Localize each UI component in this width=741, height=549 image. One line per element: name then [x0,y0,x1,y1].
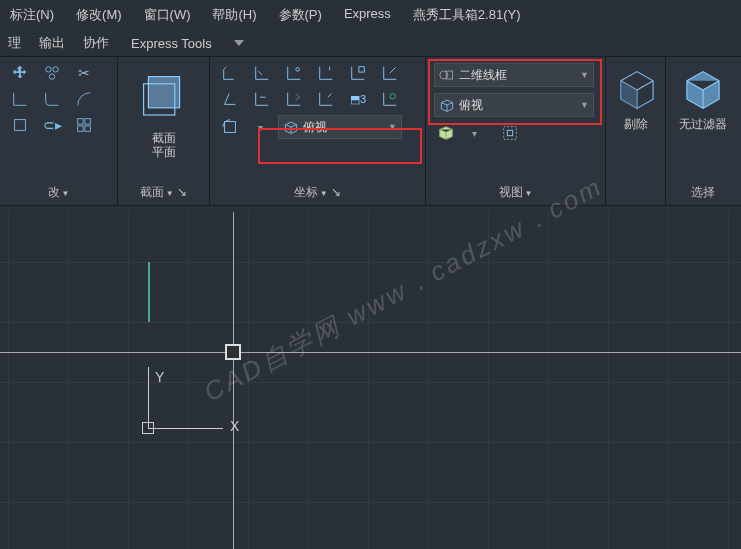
ucs-icon-3[interactable] [282,63,306,83]
ucs-icon-1[interactable] [218,63,242,83]
menu-canshu[interactable]: 参数(P) [279,6,322,24]
ucs-icon-6[interactable] [378,63,402,83]
ucs-rotate-icon[interactable] [218,117,242,137]
tab-express-tools[interactable]: Express Tools [131,36,212,51]
cull-icon[interactable] [614,67,660,113]
menu-xiugai[interactable]: 修改(M) [76,6,122,24]
svg-point-1 [53,67,58,72]
nofilter-label: 无过滤器 [679,117,727,131]
move-icon[interactable] [8,63,32,83]
ucs-origin-icon [142,422,154,434]
panel-gai: ✂ ⊂▸ 改▼ [0,57,118,205]
dropdown-arrow-icon: ▼ [580,70,589,80]
svg-rect-16 [504,127,517,140]
view-combo-fushi2[interactable]: 俯视 ▼ [434,93,594,117]
group-icon[interactable] [40,63,64,83]
panel-zuobiao-dropdown-icon[interactable]: ▼ [320,189,328,198]
panel-zuobiao-grid: ⬒3 [218,63,417,111]
section-plane-label: 截面平面 [152,131,176,159]
svg-rect-17 [507,130,512,135]
view-combo-fushi-label: 俯视 [303,119,327,136]
ucs-icon-11[interactable]: ⬒3 [346,89,370,109]
menu-biaozhu[interactable]: 标注(N) [10,6,54,24]
dropdown-arrow-icon: ▼ [388,122,397,132]
menu-chuangkou[interactable]: 窗口(W) [144,6,191,24]
nofilter-icon[interactable] [680,67,726,113]
svg-point-2 [49,74,54,79]
panel-xuanze: 无过滤器 选择 [666,57,740,205]
menu-bangzhu[interactable]: 帮助(H) [212,6,256,24]
svg-point-0 [46,67,51,72]
crosshair-horizontal [0,352,741,353]
drawing-viewport[interactable]: Y X CAD自学网 www．cadzxw．com [0,212,741,549]
panel-shitu: 二维线框 ▼ 俯视 ▼ ▾ 视图▼ [426,57,606,205]
panel-tichu: 剔除 [606,57,666,205]
section-plane-icon[interactable] [134,67,194,127]
panel-shitu-title: 视图 [499,185,523,199]
wireframe-icon [439,68,455,82]
svg-rect-6 [78,126,83,131]
cube-dropdown-icon[interactable]: ▾ [462,123,486,143]
cursor-pickbox [225,344,241,360]
ucs-icon-4[interactable] [314,63,338,83]
tab-shuchu[interactable]: 输出 [39,34,65,52]
ucs-down-icon[interactable]: ▾ [248,117,272,137]
ucs-y-axis [148,367,149,429]
polar-track-line [148,262,150,322]
tab-bar: 理 输出 协作 Express Tools [0,30,741,56]
panel-jiemian-title: 截面 [140,185,164,199]
ucs-icon-8[interactable] [250,89,274,109]
subset-icon[interactable]: ⊂▸ [40,115,64,135]
panel-zuobiao: ⬒3 ▾ 俯视 ▼ 坐标▼ ↘ [210,57,426,205]
ucs-x-axis [148,428,223,429]
tab-xiezuo[interactable]: 协作 [83,34,109,52]
ucs-icon-7[interactable] [218,89,242,109]
tab-dropdown-icon[interactable] [234,40,244,46]
box3d-icon [283,120,299,134]
svg-rect-7 [85,126,90,131]
ucs-icon-10[interactable] [314,89,338,109]
box-icon[interactable] [8,115,32,135]
grid-icon[interactable] [72,115,96,135]
panel-xuanze-title: 选择 [691,185,715,199]
svg-point-12 [390,94,395,99]
panel-jiemian-dropdown-icon[interactable]: ▼ [166,189,174,198]
panel-gai-title: 改 [48,185,60,199]
view-combo-fushi2-label: 俯视 [459,97,483,114]
panel-jiemian: 截面平面 截面▼ ↘ [118,57,210,205]
visual-style-label: 二维线框 [459,67,507,84]
ucs-icon-5[interactable] [346,63,370,83]
svg-rect-3 [15,120,26,131]
selection-frame-icon[interactable] [498,123,522,143]
menu-bar: 标注(N) 修改(M) 窗口(W) 帮助(H) 参数(P) Express 燕秀… [0,0,741,30]
dropdown-arrow-icon: ▼ [580,100,589,110]
tab-li[interactable]: 理 [8,34,21,52]
visual-style-combo[interactable]: 二维线框 ▼ [434,63,594,87]
crosshair-vertical [233,212,234,549]
ucs-icon-9[interactable] [282,89,306,109]
ucs-x-label: X [230,418,239,434]
ucs-icon-12[interactable] [378,89,402,109]
panel-shitu-dropdown-icon[interactable]: ▼ [525,189,533,198]
panel-gai-grid: ✂ ⊂▸ [8,63,109,137]
panel-gai-dropdown-icon[interactable]: ▼ [62,189,70,198]
panel-zuobiao-title: 坐标 [294,185,318,199]
menu-express[interactable]: Express [344,6,391,24]
ucs-y-label: Y [155,369,164,385]
cull-label: 剔除 [624,117,648,131]
svg-point-10 [296,68,300,72]
viewport-grid [0,212,741,549]
angle-icon[interactable] [8,89,32,109]
ribbon: ✂ ⊂▸ 改▼ 截面平面 截面▼ ↘ [0,56,741,206]
cube-icon[interactable] [434,123,458,143]
svg-rect-4 [78,119,83,124]
arc-icon[interactable] [72,89,96,109]
scissors-icon[interactable]: ✂ [72,63,96,83]
ucs-icon-2[interactable] [250,63,274,83]
box3d-icon [439,98,455,112]
svg-rect-13 [225,122,236,133]
view-combo-fushi[interactable]: 俯视 ▼ [278,115,402,139]
svg-rect-11 [359,67,364,72]
menu-yanxiu[interactable]: 燕秀工具箱2.81(Y) [413,6,521,24]
corner-icon[interactable] [40,89,64,109]
